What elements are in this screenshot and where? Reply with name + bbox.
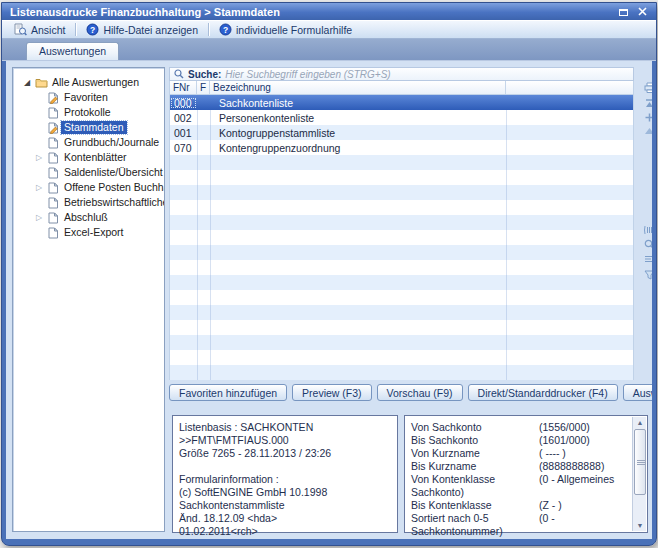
tree-item-saldenliste[interactable]: Saldenliste/Übersicht (13, 165, 164, 180)
column-header-f[interactable]: F (197, 81, 210, 94)
page-icon (45, 167, 61, 179)
expand-arrow-icon[interactable]: ▷ (33, 153, 45, 162)
app-window: Listenausdrucke Finanzbuchhaltung > Stam… (1, 2, 657, 546)
info-line: >>FMT\FMTFIAUS.000 (179, 434, 391, 447)
page-edit-icon (45, 122, 61, 134)
info-line: Änd. 18.12.09 <hda> (179, 512, 391, 525)
auswertung-drucken-button[interactable]: Auswertung drucken (623, 384, 652, 401)
param-value: (1556/000) (539, 421, 590, 433)
tab-auswertungen[interactable]: Auswertungen (26, 42, 119, 60)
auswertungen-tree: ◢ Alle Auswertungen Favoriten Protokolle… (12, 67, 165, 532)
scroll-down-icon[interactable]: ▼ (634, 520, 646, 531)
formularhilfe-button[interactable]: ? individuelle Formularhilfe (212, 21, 359, 38)
page-icon (45, 107, 61, 119)
page-icon (45, 137, 61, 149)
search-list-icon[interactable] (643, 238, 652, 251)
vorschau-button[interactable]: Vorschau (F9) (377, 384, 463, 401)
direkt-standarddrucker-button[interactable]: Direkt/Standarddrucker (F4) (468, 384, 618, 401)
expand-arrow-icon[interactable]: ▷ (33, 183, 45, 192)
page-icon (45, 212, 61, 224)
info-line: Sachkontenstammliste (179, 499, 391, 512)
param-label: Bis Kontenklasse (411, 499, 539, 512)
formularhilfe-label: individuelle Formularhilfe (236, 24, 352, 36)
table-row[interactable]: 001 Kontogruppenstammliste (170, 125, 633, 140)
search-label: Suche: (188, 69, 221, 80)
close-icon (638, 7, 647, 16)
svg-text:?: ? (90, 25, 95, 35)
toolbar: Ansicht ? Hilfe-Datei anzeigen ? individ… (2, 20, 656, 39)
ansicht-button[interactable]: Ansicht (6, 21, 72, 38)
row-fnr: 001 (170, 127, 197, 139)
tree-item-betriebswirtschaftliche[interactable]: Betriebswirtschaftliche Auswertungen (13, 195, 164, 210)
filter-icon[interactable] (643, 268, 652, 281)
expand-arrow-icon[interactable]: ▷ (33, 213, 45, 222)
row-bezeichnung: Sachkontenliste (210, 97, 506, 109)
collapse-arrow-icon[interactable]: ◢ (21, 78, 33, 87)
tree-item-abschluss[interactable]: ▷ Abschluß (13, 210, 164, 225)
content-area: ◢ Alle Auswertungen Favoriten Protokolle… (6, 61, 652, 539)
parameter-info-panel: Von Sachkonto(1556/000) Bis Sachkonto(16… (404, 415, 648, 533)
restore-button[interactable] (616, 5, 631, 18)
table-row[interactable]: 000 Sachkontenliste (170, 95, 633, 110)
title-bar[interactable]: Listenausdrucke Finanzbuchhaltung > Stam… (2, 3, 656, 20)
help-icon: ? (219, 23, 232, 36)
tree-item-stammdaten[interactable]: Stammdaten (13, 120, 164, 135)
info-line: Formularinformation : (179, 473, 391, 486)
search-icon (174, 69, 184, 79)
param-label: Sortiert nach 0-5 (411, 512, 539, 525)
table-row[interactable]: 002 Personenkontenliste (170, 110, 633, 125)
expand-plus-icon[interactable] (643, 111, 652, 124)
report-list: 000 Sachkontenliste 002 Personenkontenli… (169, 95, 634, 380)
column-header-fnr[interactable]: FNr (170, 81, 197, 94)
tree-item-protokolle[interactable]: Protokolle (13, 105, 164, 120)
triangle-up-icon[interactable] (643, 124, 652, 137)
scrollbar-thumb[interactable] (634, 429, 646, 495)
page-icon (45, 152, 61, 164)
info-line: Größe 7265 - 28.11.2013 / 23:26 (179, 447, 391, 460)
scroll-up-icon[interactable]: ▲ (634, 417, 646, 428)
column-separator (506, 95, 507, 380)
param-row: Sortiert nach 0-5(0 - Sachkontonummer) (411, 512, 629, 538)
column-separator (197, 95, 198, 380)
param-row: Bis Kurzname(8888888888) (411, 460, 629, 473)
param-value: (8888888888) (539, 460, 604, 472)
tree-item-grundbuch-journale[interactable]: Grundbuch/Journale (13, 135, 164, 150)
param-value: ( ---- ) (539, 447, 566, 459)
action-button-row: Favoriten hinzufügen Preview (F3) Vorsch… (169, 384, 652, 401)
favoriten-hinzufuegen-button[interactable]: Favoriten hinzufügen (169, 384, 287, 401)
column-header-bezeichnung[interactable]: Bezeichnung (210, 81, 506, 94)
param-label: Von Kurzname (411, 447, 539, 460)
param-value: (Z - ) (539, 499, 562, 511)
preview-page-icon (13, 23, 27, 36)
param-label: Von Sachkonto (411, 421, 539, 434)
tree-item-alle-auswertungen[interactable]: ◢ Alle Auswertungen (13, 75, 164, 90)
search-placeholder: Hier Suchbegriff eingeben (STRG+S) (225, 69, 390, 80)
tree-item-kontenblaetter[interactable]: ▷ Kontenblätter (13, 150, 164, 165)
hilfe-datei-button[interactable]: ? Hilfe-Datei anzeigen (79, 21, 205, 38)
toolbar-separator (208, 23, 209, 36)
text-view-icon[interactable] (643, 253, 652, 266)
columns-icon[interactable] (643, 223, 652, 236)
table-row[interactable]: 070 Kontengruppenzuordnung (170, 140, 633, 155)
tree-item-offene-posten[interactable]: ▷ Offene Posten Buchhaltung (13, 180, 164, 195)
page-icon (45, 182, 61, 194)
preview-button[interactable]: Preview (F3) (292, 384, 372, 401)
help-icon: ? (86, 23, 99, 36)
scroll-top-icon[interactable] (643, 97, 652, 110)
info-line (179, 460, 391, 473)
column-header-blank[interactable] (506, 81, 633, 94)
page-icon (45, 197, 61, 209)
search-bar[interactable]: Suche: Hier Suchbegriff eingeben (STRG+S… (169, 67, 634, 81)
svg-text:?: ? (223, 25, 228, 35)
listenbasis-info-panel: Listenbasis : SACHKONTEN >>FMT\FMTFIAUS.… (172, 415, 398, 533)
info-line: (c) SoftENGINE GmbH 10.1998 (179, 486, 391, 499)
page-icon (45, 227, 61, 239)
close-button[interactable] (635, 5, 650, 18)
table-header: FNr F Bezeichnung (169, 81, 634, 95)
scrollbar[interactable]: ▲ ▼ (632, 417, 646, 531)
print-list-icon[interactable] (643, 81, 652, 94)
param-row: Von Kontenklasse(0 - Allgemeines Sachkon… (411, 473, 629, 499)
param-row: Bis Kontenklasse(Z - ) (411, 499, 629, 512)
tree-item-excel-export[interactable]: Excel-Export (13, 225, 164, 240)
tree-item-favoriten[interactable]: Favoriten (13, 90, 164, 105)
